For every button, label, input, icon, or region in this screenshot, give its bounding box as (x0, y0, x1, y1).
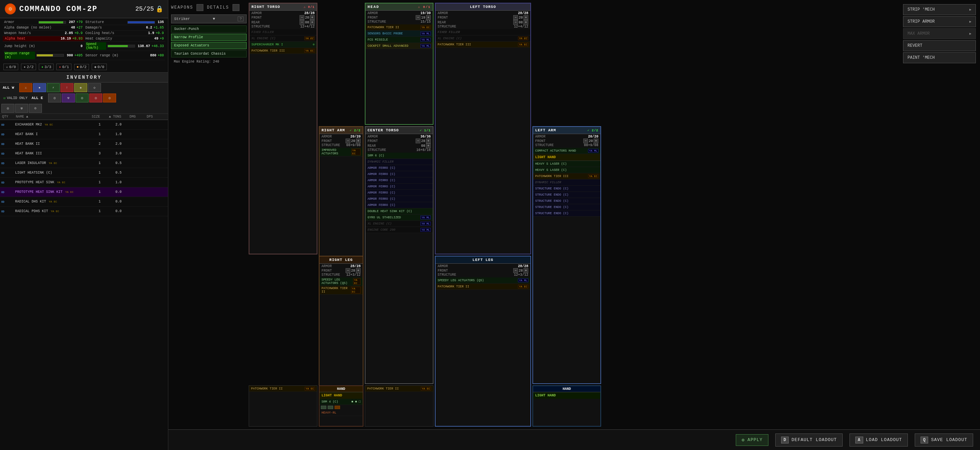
ra-front-minus[interactable]: − (345, 139, 350, 144)
list-item[interactable]: ∞ RADICAL PDHS KIT YA EC 1 0.0 (0, 207, 168, 216)
default-loadout-button[interactable]: D DEFAULT LOADOUT (775, 434, 843, 447)
la-front-minus[interactable]: − (583, 139, 588, 144)
slot-item[interactable]: ARMOR FERRO (C) (366, 184, 433, 190)
rl-front-minus[interactable]: − (345, 268, 350, 273)
details-toggle[interactable] (232, 4, 239, 11)
slot-item[interactable]: PATCHWORK TIER IIYA EC (365, 386, 433, 392)
slot-item[interactable]: COMPACT ACTUATORS HANDYA ML (533, 148, 600, 154)
slot-item[interactable]: SPEEDY LEG ACTUATORS (QS)YA EC (320, 278, 363, 286)
valid-only-check[interactable]: ☑ VALID ONLY (2, 95, 30, 101)
ll-front-minus[interactable]: − (513, 268, 518, 273)
paint-mech-button[interactable]: PAINT 'MECH (903, 52, 976, 63)
slot-item[interactable]: FCS MISSILEYA ML (366, 37, 433, 43)
filter-equip-3[interactable]: ◎ (76, 94, 89, 102)
filter-equip-2[interactable]: ☢ (62, 94, 75, 102)
filter-ballistic[interactable]: ● (33, 83, 46, 92)
slot-item[interactable]: DYNAMIC FILLER (533, 179, 600, 186)
list-item[interactable]: ∞ PROTOTYPE HEAT SINK YA EC 1 1.0 (0, 178, 168, 187)
slot-item[interactable]: STRUCTURE ENDO (C) (533, 211, 600, 217)
slot-item[interactable]: SRM 4 (C)■ ■ □ (320, 399, 363, 405)
slot-item[interactable]: GYRO UL STABILIZEDYA ML (366, 214, 433, 221)
slot-item[interactable]: SENSORS BASIC PROBEYA ML (366, 30, 433, 37)
filter-3-3[interactable]: ⊙ (29, 104, 42, 113)
quirk-sucker-punch[interactable]: Sucker-Punch (171, 26, 247, 33)
rt-rear-plus[interactable]: + (310, 20, 315, 25)
filter-energy[interactable]: ⚡ (47, 83, 60, 92)
slot-item[interactable]: HEAVY S LASER (C) (533, 161, 600, 167)
rt-front-plus[interactable]: + (310, 15, 315, 20)
slot-item[interactable]: ARMOR FERRO (C) (366, 177, 433, 184)
slot-item[interactable]: ARMOR FERRO (C) (366, 190, 433, 196)
lt-front-minus[interactable]: − (513, 15, 518, 20)
slot-item[interactable]: DYNAMIC FILLER (366, 159, 433, 165)
filter-melee[interactable]: ⚔ (19, 83, 32, 92)
list-item[interactable]: ∞ LASER INSULATOR YA EC 1 0.5 (0, 158, 168, 168)
max-armor-button[interactable]: MAX ARMOR ▶ (903, 28, 976, 39)
list-item[interactable]: ∞ EXCHANGER MK2 YA EC 1 2.0 (0, 120, 168, 129)
rt-front-minus[interactable]: − (299, 15, 304, 20)
slot-item[interactable]: PATCHWORK TIER IIYA EC (320, 286, 363, 295)
filter-support[interactable]: ◈ (74, 83, 87, 92)
filter-equip-1[interactable]: ◎ (48, 94, 61, 102)
la-front-plus[interactable]: + (593, 139, 598, 144)
filter-missile[interactable]: ↑ (60, 83, 73, 92)
filter-equip-4[interactable]: ◎ (89, 94, 102, 102)
slot-item[interactable]: HEAVY-RL (320, 410, 363, 416)
ra-front-plus[interactable]: + (356, 139, 361, 144)
slot-item[interactable]: HEAVY S LASER (C) (533, 167, 600, 173)
right-hand-label[interactable]: LIGHT HAND (320, 392, 363, 399)
ct-front-plus[interactable]: + (426, 139, 431, 144)
list-item[interactable]: ∞ HEAT BANK II 2 2.0 (0, 139, 168, 149)
apply-button[interactable]: ⚙ APPLY (736, 434, 768, 446)
list-item[interactable]: ∞ HEAT BANK III 3 3.0 (0, 149, 168, 158)
quirk-taurian[interactable]: Taurian Concordat Chassis (171, 50, 247, 57)
quirk-narrow-profile[interactable]: Narrow Profile (171, 34, 247, 41)
slot-item[interactable]: PATCHWORK TIER IIIYA EC (250, 48, 317, 54)
h-front-minus[interactable]: − (416, 15, 420, 20)
slot-item[interactable]: STRUCTURE ENDO (C) (533, 198, 600, 204)
left-hand-type[interactable]: LIGHT HAND (533, 392, 600, 399)
slot-item[interactable]: SPEEDY LEG ACTUATORS (QS)YA ML (436, 278, 530, 284)
slot-item[interactable]: DOUBLE HEAT SINK KIT (C) (366, 208, 433, 214)
list-item[interactable]: ∞ HEAT BANK I 1 1.0 (0, 129, 168, 139)
lt-front-plus[interactable]: + (523, 15, 528, 20)
slot-item[interactable]: PATCHWORK TIER IIYA EC (249, 386, 317, 392)
filter-3-2[interactable]: ☢ (15, 104, 28, 113)
slot-item[interactable]: STRUCTURE ENDO (C) (533, 186, 600, 192)
slot-item[interactable]: COCKPIT SMALL ADVANCEDYA ML (366, 43, 433, 49)
striker-dropdown[interactable]: Striker ▼ ? (171, 14, 247, 23)
rt-rear-minus[interactable]: − (299, 20, 304, 25)
strip-armor-button[interactable]: STRIP ARMOR ▶ (903, 16, 976, 27)
rl-front-plus[interactable]: + (356, 268, 361, 273)
list-item[interactable]: ∞ LIGHT HEATSINK (C) 1 0.5 (0, 168, 168, 178)
slot-item[interactable]: ARMOR FERRO (C) (366, 171, 433, 177)
ct-front-minus[interactable]: − (416, 139, 420, 144)
ll-front-plus[interactable]: + (523, 268, 528, 273)
h-front-plus[interactable]: + (426, 15, 431, 20)
filter-equip-5[interactable]: ◎ (103, 94, 116, 102)
slot-item[interactable]: PATCHWORK TIER IIYA EC (366, 24, 433, 30)
slot-item[interactable]: ARMOR FERRO (C) (366, 165, 433, 171)
revert-button[interactable]: REVERT (903, 40, 976, 51)
list-item[interactable]: ∞ RADICAL DHS KIT YA EC 1 0.0 (0, 197, 168, 207)
lt-rear-minus[interactable]: − (513, 20, 518, 25)
list-item[interactable]: ∞ PROTOTYPE HEAT SINK KIT YA EC 1 0.0 (0, 187, 168, 197)
info-button[interactable]: ? (238, 16, 243, 21)
slot-item[interactable]: STRUCTURE ENDO (C) (533, 192, 600, 198)
slot-item[interactable]: IMPROVED ACTUATORSYA EC (320, 148, 363, 156)
weapons-toggle[interactable] (196, 4, 204, 11)
lt-rear-plus[interactable]: + (523, 20, 528, 25)
slot-item[interactable]: STRUCTURE ENDO (C) (533, 204, 600, 211)
left-hand-label[interactable]: LIGHT HAND (533, 154, 600, 161)
slot-item[interactable]: SRM 6 (C) (366, 153, 433, 159)
slot-item[interactable]: SUPERCHARGER MK I⊙ (250, 41, 317, 48)
quirk-exposed-actuators[interactable]: Exposed Actuators (171, 42, 247, 49)
slot-item[interactable]: PATCHWORK TIER IIIYA EC (533, 173, 600, 179)
strip-mech-button[interactable]: STRIP 'MECH ▶ (903, 4, 976, 15)
ct-rear-plus[interactable]: + (426, 144, 431, 148)
slot-item[interactable]: ARMOR FERRO (C) (366, 196, 433, 202)
slot-item[interactable]: ARMOR FERRO (C) (366, 202, 433, 208)
slot-item[interactable]: PATCHWORK TIER IIIYA EC (436, 41, 530, 48)
save-loadout-button[interactable]: Q SAVE LOADOUT (915, 434, 973, 447)
filter-misc[interactable]: ◇ (88, 83, 101, 92)
